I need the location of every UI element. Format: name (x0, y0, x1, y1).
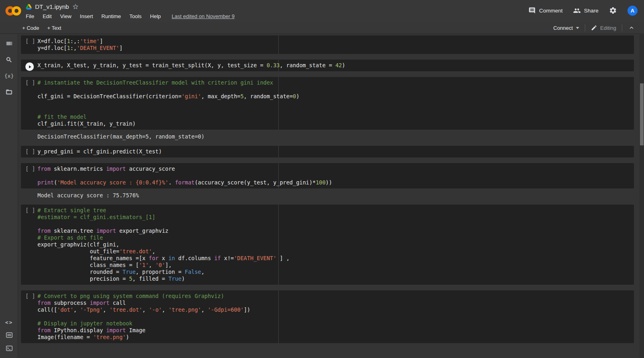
code-cell[interactable]: [ ]# Extract single tree#estimator = clf… (21, 205, 634, 285)
toolbar-divider (585, 24, 585, 31)
cell-output: Model accuracy score : 75.7576% (37, 192, 634, 199)
run-cell-button[interactable] (21, 60, 37, 71)
terminal-icon[interactable] (0, 342, 18, 354)
code-line (37, 313, 634, 320)
settings-gear-icon[interactable] (609, 6, 617, 14)
cell-container: [ ]from sklearn.metrics import accuracy_… (21, 163, 634, 199)
code-editor[interactable]: # Extract single tree#estimator = clf_gi… (37, 205, 634, 285)
code-cell[interactable]: [ ]y_pred_gini = clf_gini.predict(X_test… (21, 146, 634, 157)
add-text-button[interactable]: + Text (47, 25, 61, 31)
cell-container: [ ]y_pred_gini = clf_gini.predict(X_test… (21, 146, 634, 157)
code-line: clf_gini.fit(X_train, y_train) (37, 120, 634, 127)
code-cell[interactable]: [ ]X=df.loc[1:,:'time']y=df.loc[1:,'DEAT… (21, 35, 634, 54)
code-cell[interactable]: [ ]from sklearn.metrics import accuracy_… (21, 163, 634, 188)
run-cell-gutter[interactable]: [ ] (21, 35, 37, 54)
code-line: # Export as dot file (37, 234, 634, 241)
code-line: # Display in jupyter notebook (37, 320, 634, 327)
code-line: out_file='tree.dot', (37, 248, 634, 255)
run-cell-gutter[interactable]: [ ] (21, 205, 37, 285)
code-line: y_pred_gini = clf_gini.predict(X_test) (37, 148, 634, 155)
menu-insert[interactable]: Insert (80, 13, 93, 19)
code-line: #estimator = clf_gini.estimators_[1] (37, 214, 634, 221)
code-cell[interactable]: X_train, X_test, y_train, y_test = train… (21, 60, 634, 71)
code-line (37, 221, 634, 228)
editing-label: Editing (600, 25, 616, 31)
code-editor[interactable]: X=df.loc[1:,:'time']y=df.loc[1:,'DEATH_E… (37, 35, 634, 54)
star-icon[interactable] (72, 3, 79, 10)
menu-runtime[interactable]: Runtime (101, 13, 121, 19)
menu-tools[interactable]: Tools (129, 13, 141, 19)
menu-edit[interactable]: Edit (43, 13, 52, 19)
notebook-title[interactable]: DT_v1.ipynb (35, 3, 69, 10)
code-line: from subprocess import call (37, 300, 634, 306)
cell-container: [ ]X=df.loc[1:,:'time']y=df.loc[1:,'DEAT… (21, 35, 634, 54)
code-line: call(['dot', '-Tpng', 'tree.dot', '-o', … (37, 306, 634, 313)
code-line (37, 86, 634, 93)
title-row: DT_v1.ipynb (26, 2, 79, 11)
code-line: from sklearn.metrics import accuracy_sco… (37, 166, 634, 172)
play-icon[interactable] (25, 62, 34, 71)
code-line: rounded = True, proportion = False, (37, 269, 634, 275)
pencil-icon (591, 25, 597, 31)
files-folder-icon[interactable] (0, 86, 18, 98)
run-cell-gutter[interactable]: [ ] (21, 290, 37, 343)
colab-app: DT_v1.ipynb File Edit View Insert Runtim… (0, 0, 644, 358)
cell-container: [ ]# instantiate the DecisionTreeClassif… (21, 77, 634, 140)
code-cell[interactable]: [ ]# instantiate the DecisionTreeClassif… (21, 77, 634, 130)
code-editor[interactable]: from sklearn.metrics import accuracy_sco… (37, 163, 634, 188)
code-line: # instantiate the DecisionTreeClassifier… (37, 79, 634, 86)
code-line: export_graphviz(clf_gini, (37, 241, 634, 248)
toolbar-divider (622, 24, 622, 31)
menu-view[interactable]: View (60, 13, 71, 19)
code-editor[interactable]: X_train, X_test, y_train, y_test = train… (37, 60, 634, 71)
run-cell-gutter[interactable]: [ ] (21, 163, 37, 188)
chevron-down-icon (576, 27, 579, 29)
code-line: X_train, X_test, y_train, y_test = train… (37, 62, 634, 69)
code-line (37, 107, 634, 114)
notebook-content: [ ]X=df.loc[1:,:'time']y=df.loc[1:,'DEAT… (19, 34, 640, 358)
code-line: from sklearn.tree import export_graphviz (37, 228, 634, 234)
share-label: Share (584, 8, 598, 14)
notebook-toolbar: + Code + Text Connect Editing (0, 22, 644, 34)
code-line (37, 100, 634, 107)
drive-icon (26, 4, 32, 10)
code-editor[interactable]: y_pred_gini = clf_gini.predict(X_test) (37, 146, 634, 157)
comment-button[interactable]: Comment (528, 7, 563, 14)
menu-help[interactable]: Help (150, 13, 161, 19)
code-line: feature_names =[x for x in df.columns if… (37, 255, 634, 262)
command-palette-icon[interactable] (0, 329, 18, 341)
collapse-header-button[interactable] (628, 24, 635, 31)
last-edited-link[interactable]: Last edited on November 9 (172, 13, 234, 19)
connect-button[interactable]: Connect (553, 25, 579, 31)
vertical-scrollbar[interactable] (640, 34, 644, 358)
code-cell[interactable]: [ ]# Convert to png using system command… (21, 290, 634, 343)
table-of-contents-icon[interactable] (0, 37, 18, 50)
menu-bar: File Edit View Insert Runtime Tools Help… (26, 12, 234, 21)
run-cell-gutter[interactable]: [ ] (21, 77, 37, 130)
scrollbar-thumb[interactable] (640, 83, 644, 145)
code-line (37, 172, 634, 179)
run-cell-gutter[interactable]: [ ] (21, 146, 37, 157)
code-line: from IPython.display import Image (37, 327, 634, 334)
editing-mode-button[interactable]: Editing (591, 25, 616, 31)
search-icon[interactable] (0, 54, 18, 66)
cell-output: DecisionTreeClassifier(max_depth=5, rand… (37, 133, 634, 140)
menu-file[interactable]: File (26, 13, 34, 19)
top-bar: DT_v1.ipynb File Edit View Insert Runtim… (0, 0, 644, 22)
avatar[interactable]: A (627, 6, 638, 16)
code-line: print('Model accuracy score : {0:0.4f}%'… (37, 179, 634, 186)
left-sidebar: {x} <> (0, 34, 18, 358)
code-line: y=df.loc[1:,'DEATH_EVENT'] (37, 45, 634, 52)
comment-label: Comment (539, 8, 563, 14)
variables-icon[interactable]: {x} (0, 70, 18, 82)
connect-label: Connect (553, 25, 573, 31)
code-snippets-icon[interactable]: <> (0, 316, 18, 328)
header-actions: Comment Share A (528, 4, 638, 17)
code-editor[interactable]: # instantiate the DecisionTreeClassifier… (37, 77, 634, 130)
code-line: # Extract single tree (37, 207, 634, 214)
share-button[interactable]: Share (573, 7, 598, 14)
colab-logo-icon[interactable] (5, 3, 22, 19)
code-editor[interactable]: # Convert to png using system command (r… (37, 290, 634, 343)
chevron-up-icon (628, 24, 635, 31)
add-code-button[interactable]: + Code (22, 25, 39, 31)
